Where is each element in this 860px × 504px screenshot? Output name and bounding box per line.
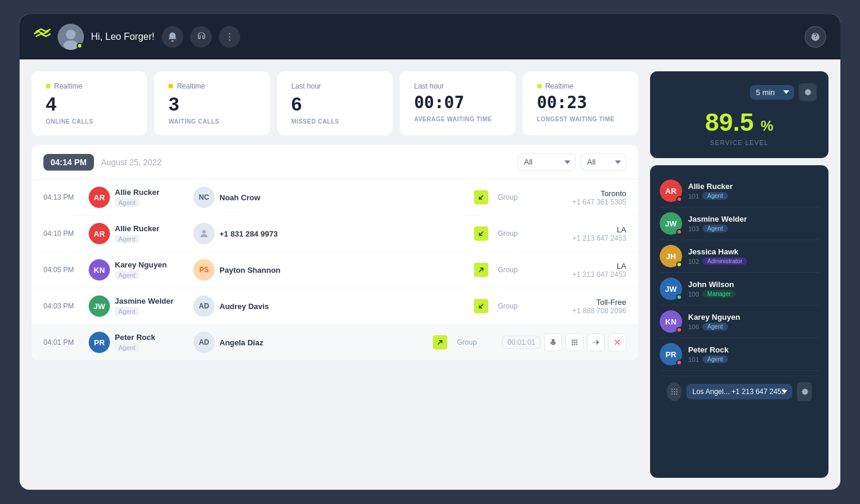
call-timer: 00:01:01 xyxy=(502,336,541,349)
location-info: LA +1 213 647 2453 xyxy=(543,225,626,242)
agent-avatar-ring: JW xyxy=(660,212,682,235)
service-level-label: SERVICE LEVEL xyxy=(662,139,817,146)
agent-avatar-ring: JH xyxy=(660,245,682,267)
svg-point-20 xyxy=(671,391,673,392)
svg-point-25 xyxy=(676,393,677,395)
hangup-button[interactable] xyxy=(608,333,626,351)
dialpad-button[interactable] xyxy=(667,382,682,401)
location-info: LA +1 213 647 2453 xyxy=(543,262,626,279)
caller-avatar: PS xyxy=(193,259,215,281)
agent-list-item[interactable]: JW John Wilson 100 Manager xyxy=(660,273,819,305)
stat-period-label2: Last hour xyxy=(414,82,444,90)
location-select[interactable]: Los Angel... +1 213 647 2453 xyxy=(686,384,792,399)
direction-filter[interactable]: All Inbound Outbound xyxy=(517,153,576,171)
svg-point-23 xyxy=(671,393,673,395)
agent-role-badge: Agent xyxy=(702,355,727,363)
call-row: 04:05 PM KN Karey Nguyen Agent PS Payton… xyxy=(32,252,638,288)
logo-icon xyxy=(34,27,51,47)
avg-wait-label: AVERAGE WAITING TIME xyxy=(414,116,501,122)
svg-point-4 xyxy=(229,33,230,34)
time-range-selector[interactable]: 5 min 15 min 30 min 1 hour xyxy=(750,85,794,100)
call-row: 04:13 PM AR Allie Rucker Agent NC Noah C… xyxy=(32,179,638,216)
agent-list-item[interactable]: JH Jessica Hawk 102 Administrator xyxy=(660,240,819,273)
agent-list-item[interactable]: PR Peter Rock 101 Agent xyxy=(660,338,819,371)
svg-point-22 xyxy=(676,391,677,392)
svg-point-6 xyxy=(229,39,230,40)
call-log-header: 04:14 PM August 25, 2022 All Inbound Out… xyxy=(32,145,638,179)
agent-avatar: PR xyxy=(89,332,110,353)
agent-list-item[interactable]: JW Jasmine Welder 103 Agent xyxy=(660,207,819,240)
agent-role-badge: Agent xyxy=(702,225,727,232)
agent-avatar-ring: AR xyxy=(660,179,682,202)
call-row-active: 04:01 PM PR Peter Rock Agent AD Angela D… xyxy=(32,325,638,360)
svg-rect-10 xyxy=(576,340,577,341)
avg-wait-value: 00:07 xyxy=(414,94,501,112)
type-filter[interactable]: All Group Direct xyxy=(580,153,626,171)
online-calls-value: 4 xyxy=(46,94,133,115)
help-button[interactable] xyxy=(805,26,826,48)
svg-point-19 xyxy=(676,389,677,390)
stat-waiting-calls: Realtime 3 WAITING CALLS xyxy=(154,71,269,136)
svg-point-2 xyxy=(64,40,78,50)
longest-wait-value: 00:23 xyxy=(537,94,624,112)
realtime-dot xyxy=(46,84,51,89)
caller-info: +1 831 284 9973 xyxy=(193,223,464,244)
keypad-button[interactable] xyxy=(566,333,583,351)
group-label: Group xyxy=(498,229,533,238)
agent-avatar: AR xyxy=(89,187,110,208)
agent-info: AR Allie Rucker Agent xyxy=(89,187,184,208)
call-actions: 00:01:01 xyxy=(502,333,626,351)
agent-avatar: JW xyxy=(89,295,110,317)
app-container: Hi, Leo Forger! xyxy=(20,14,840,490)
call-time: 04:13 PM xyxy=(43,193,79,201)
agent-avatar-ring: KN xyxy=(660,310,682,333)
svg-rect-16 xyxy=(576,344,577,345)
agent-info: JW Jasmine Welder Agent xyxy=(89,295,184,317)
notification-button[interactable] xyxy=(162,26,183,48)
group-label: Group xyxy=(457,338,492,346)
call-direction-badge xyxy=(474,190,488,204)
svg-rect-15 xyxy=(574,344,575,345)
header-left: Hi, Leo Forger! xyxy=(34,24,240,50)
agent-ext: 101 xyxy=(688,356,699,363)
call-direction-badge xyxy=(474,263,488,277)
agent-list-item[interactable]: AR Allie Rucker 101 Agent xyxy=(660,175,819,207)
agent-info: AR Allie Rucker Agent xyxy=(89,223,184,244)
agent-ext: 100 xyxy=(688,291,699,298)
svg-point-5 xyxy=(229,36,230,37)
agents-list: AR Allie Rucker 101 Agent xyxy=(650,165,828,478)
mute-button[interactable] xyxy=(544,333,562,351)
longest-wait-label: LONGEST WAITING TIME xyxy=(537,116,624,122)
bottom-bar: Los Angel... +1 213 647 2453 xyxy=(660,376,819,407)
location-info: Toll-Free +1 888 708 2096 xyxy=(543,298,626,315)
stats-row: realtime 4 ONLINE CALLS Realtime 3 WAITI… xyxy=(32,71,638,136)
missed-calls-value: 6 xyxy=(291,94,378,115)
stat-online-calls: realtime 4 ONLINE CALLS xyxy=(32,71,147,136)
caller-info: PS Payton Shannon xyxy=(193,259,464,281)
agent-status-indicator xyxy=(676,229,682,235)
greeting-text: Hi, Leo Forger! xyxy=(91,32,155,42)
agent-status-indicator xyxy=(676,294,682,300)
caller-info: AD Audrey Davis xyxy=(193,295,464,317)
location-settings-button[interactable] xyxy=(797,382,812,401)
call-time: 04:01 PM xyxy=(43,338,79,346)
transfer-button[interactable] xyxy=(587,333,605,351)
agent-status-indicator xyxy=(676,262,682,267)
user-status-dot xyxy=(77,43,83,49)
headset-button[interactable] xyxy=(190,26,212,48)
agent-avatar-ring: PR xyxy=(660,343,682,366)
svg-rect-13 xyxy=(576,342,577,343)
current-date: August 25, 2022 xyxy=(101,158,162,167)
user-avatar-wrap xyxy=(58,24,84,50)
agent-info: PR Peter Rock Agent xyxy=(89,332,184,353)
svg-point-7 xyxy=(202,230,206,234)
call-time: 04:10 PM xyxy=(43,229,79,238)
agent-list-item[interactable]: KN Karey Nguyen 106 Agent xyxy=(660,305,819,338)
more-options-button[interactable] xyxy=(219,26,240,48)
call-direction-badge xyxy=(474,226,488,241)
agent-name: Karey Nguyen xyxy=(688,313,819,322)
agent-avatar: KN xyxy=(89,259,110,281)
agent-ext: 101 xyxy=(688,193,699,200)
agent-status-indicator xyxy=(676,196,682,202)
service-settings-button[interactable] xyxy=(799,83,817,101)
